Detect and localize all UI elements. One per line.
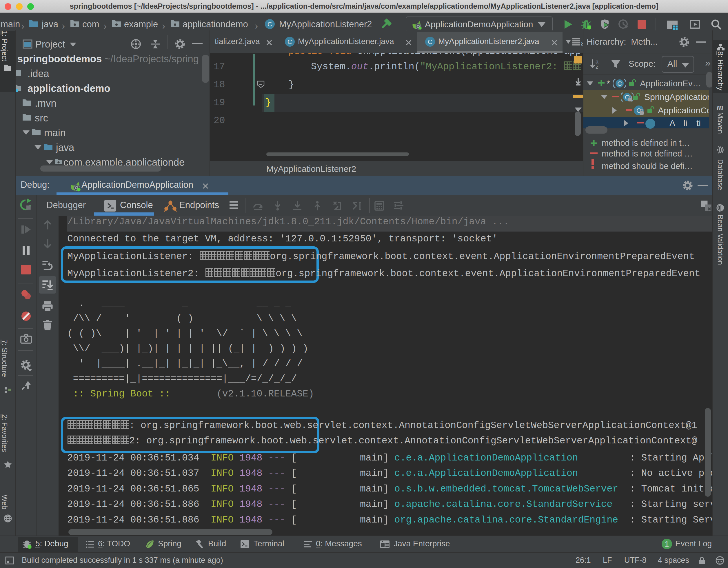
svg-text:C: C [428,38,432,45]
svg-text:a: a [596,59,599,65]
svg-text:C: C [617,80,622,87]
svg-text:z: z [596,64,598,70]
svg-text:C: C [287,38,292,45]
svg-text:C: C [267,21,272,28]
